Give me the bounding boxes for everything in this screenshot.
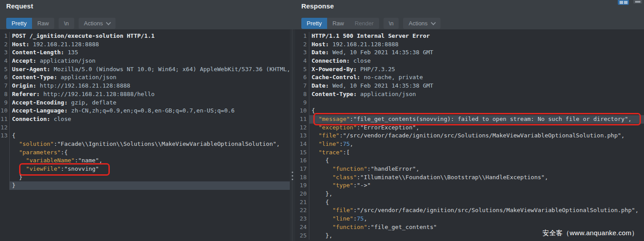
line-number: 2 (295, 40, 309, 49)
code-text[interactable]: X-Powered-By: PHP/7.3.25 (309, 65, 644, 74)
code-line: 7Date: Wed, 10 Feb 2021 14:35:38 GMT (295, 82, 644, 90)
code-text[interactable]: "file":"/src/vendor/facade/ignition/src/… (309, 132, 644, 140)
code-text[interactable]: { (309, 107, 644, 115)
code-text[interactable]: Referer: http://192.168.21.128:8888/hell… (10, 90, 290, 99)
code-text[interactable]: POST /_ignition/execute-solution HTTP/1.… (10, 32, 290, 40)
line-number: 3 (0, 48, 10, 57)
code-text[interactable]: Host: 192.168.21.128:8888 (309, 40, 644, 49)
split-panes-icon[interactable] (618, 0, 629, 5)
code-text[interactable]: "function":"handleError", (309, 165, 644, 173)
tab-render[interactable]: Render (349, 18, 379, 29)
code-line: "solution":"Facade\\Ignition\\Solutions\… (0, 140, 290, 149)
code-text[interactable]: "exception":"ErrorException", (309, 124, 644, 132)
code-text[interactable]: Host: 192.168.21.128:8888 (10, 40, 290, 49)
line-number: 13 (295, 132, 309, 140)
line-number (0, 157, 10, 165)
code-line: 14 "line":75, (295, 140, 644, 149)
code-text[interactable]: Connection: close (309, 57, 644, 65)
code-text[interactable]: { (10, 132, 290, 140)
hamburger-menu-icon[interactable] (633, 0, 642, 4)
drag-handle-dots-icon[interactable] (292, 172, 293, 180)
code-text[interactable]: Content-Length: 135 (10, 48, 290, 57)
code-text[interactable]: }, (309, 190, 644, 198)
code-text[interactable]: } (10, 173, 290, 182)
watermark: 安全客（www.anquanke.com） (542, 229, 638, 237)
line-number: 10 (0, 107, 10, 115)
response-editor[interactable]: 1HTTP/1.1 500 Internal Server Error2Host… (295, 29, 644, 241)
code-text[interactable]: Accept-Encoding: gzip, deflate (10, 99, 290, 107)
line-number: 15 (295, 149, 309, 157)
line-number: 11 (295, 115, 309, 124)
code-text[interactable]: "type":"->" (309, 181, 644, 190)
code-text[interactable]: Origin: http://192.168.21.128:8888 (10, 82, 290, 90)
line-number: 19 (295, 181, 309, 190)
line-number: 7 (295, 82, 309, 90)
line-number: 12 (295, 124, 309, 132)
line-number: 4 (295, 57, 309, 65)
tab-n[interactable]: \n (59, 18, 74, 29)
code-line: 13 "file":"/src/vendor/facade/ignition/s… (295, 132, 644, 140)
tab-actions[interactable]: Actions (79, 18, 116, 29)
chevron-down-icon (106, 20, 111, 25)
code-text[interactable]: "line":75, (309, 140, 644, 149)
code-text[interactable]: "file":"/src/vendor/facade/ignition/src/… (309, 206, 644, 215)
request-tabbar: PrettyRaw\nActions (6, 18, 116, 29)
line-number (0, 149, 10, 157)
code-line: "viewFile":"snovving" (0, 165, 290, 173)
tab-label: Actions (84, 20, 103, 27)
tab-n[interactable]: \n (384, 18, 399, 29)
tab-pretty[interactable]: Pretty (6, 18, 32, 29)
panel-splitter[interactable] (290, 29, 295, 241)
code-line: 2Host: 192.168.21.128:8888 (0, 40, 290, 49)
code-text[interactable] (10, 124, 290, 132)
line-number: 21 (295, 198, 309, 207)
code-text[interactable]: "line":75, (309, 215, 644, 223)
line-number: 23 (295, 215, 309, 223)
code-line: 3Content-Length: 135 (0, 48, 290, 57)
code-line: 16 { (295, 157, 644, 165)
code-text[interactable]: "viewFile":"snovving" (10, 165, 290, 173)
code-text[interactable]: { (309, 157, 644, 165)
code-text[interactable]: "message":"file_get_contents(snovving): … (309, 115, 644, 124)
code-text[interactable]: Cache-Control: no-cache, private (309, 73, 644, 82)
code-text[interactable]: { (309, 198, 644, 207)
tab-raw[interactable]: Raw (32, 18, 54, 29)
code-line: 9Accept-Encoding: gzip, deflate (0, 99, 290, 107)
code-text[interactable]: "class":"Illuminate\\Foundation\\Bootstr… (309, 173, 644, 182)
code-text[interactable]: Connection: close (10, 115, 290, 124)
code-text[interactable]: "parameters":{ (10, 149, 290, 157)
code-text[interactable]: Content-Type: application/json (309, 90, 644, 99)
tab-label: Raw (332, 20, 344, 27)
code-text[interactable]: Accept-Language: zh-CN,zh;q=0.9,en;q=0.8… (10, 107, 290, 115)
code-text[interactable]: "solution":"Facade\\Ignition\\Solutions\… (10, 140, 290, 149)
code-line: 12 "exception":"ErrorException", (295, 124, 644, 132)
request-panel-title: Request (6, 2, 33, 10)
code-line: 4Connection: close (295, 57, 644, 65)
line-number: 1 (0, 32, 10, 40)
code-text[interactable]: HTTP/1.1 500 Internal Server Error (309, 32, 644, 40)
code-text[interactable]: Date: Wed, 10 Feb 2021 14:35:38 GMT (309, 48, 644, 57)
tab-raw[interactable]: Raw (327, 18, 349, 29)
line-number (0, 140, 10, 149)
tab-pretty[interactable]: Pretty (301, 18, 327, 29)
code-text[interactable] (309, 99, 644, 107)
line-number: 8 (295, 90, 309, 99)
code-text[interactable]: "variableName":"name", (10, 157, 290, 165)
code-text[interactable]: "trace":[ (309, 149, 644, 157)
panel-layout-controls (618, 0, 642, 5)
code-text[interactable]: Date: Wed, 10 Feb 2021 14:35:38 GMT (309, 82, 644, 90)
code-line: 13{ (0, 132, 290, 140)
code-text[interactable]: Content-Type: application/json (10, 73, 290, 82)
tab-label: Raw (37, 20, 49, 27)
code-text[interactable]: User-Agent: Mozilla/5.0 (Windows NT 10.0… (10, 65, 290, 74)
line-number: 8 (0, 90, 10, 99)
code-line: 11Connection: close (0, 115, 290, 124)
request-editor[interactable]: 1POST /_ignition/execute-solution HTTP/1… (0, 29, 290, 241)
code-line: } (0, 181, 290, 190)
line-number: 13 (0, 132, 10, 140)
line-number: 4 (0, 57, 10, 65)
line-number: 24 (295, 223, 309, 232)
code-text[interactable]: Accept: application/json (10, 57, 290, 65)
code-text[interactable]: } (10, 181, 290, 190)
tab-actions[interactable]: Actions (403, 18, 440, 29)
